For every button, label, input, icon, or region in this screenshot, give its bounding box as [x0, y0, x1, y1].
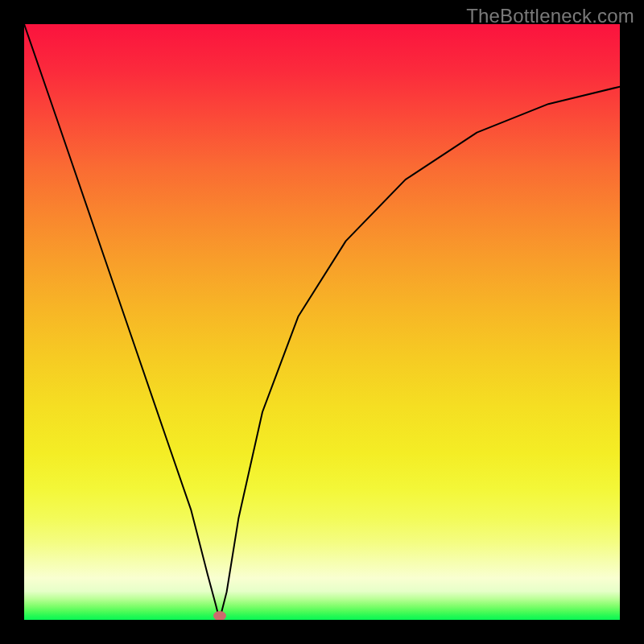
watermark-text: TheBottleneck.com: [466, 5, 634, 27]
bottleneck-curve: [24, 24, 620, 620]
plot-area: [24, 24, 620, 620]
chart-frame: TheBottleneck.com: [0, 0, 644, 644]
minimum-marker: [213, 611, 226, 620]
